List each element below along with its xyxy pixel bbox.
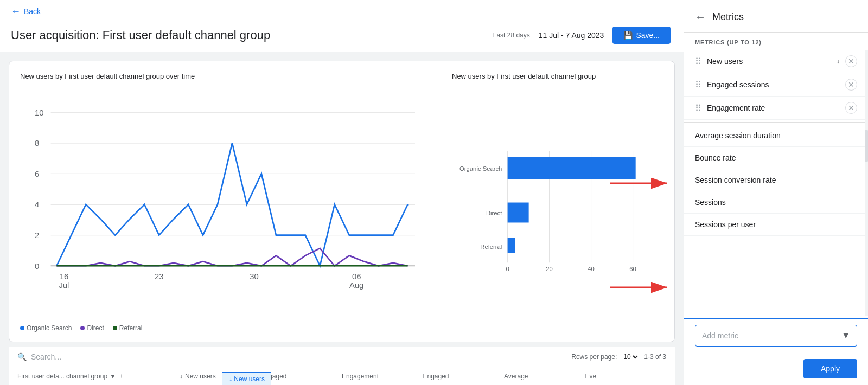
date-save-row: Last 28 days 11 Jul - 7 Aug 2023 💾 Save.… [493,27,671,44]
col-add-icon[interactable]: ＋ [118,371,125,381]
close-icon-engagement-rate[interactable]: ✕ [845,102,857,114]
sort-icon-new-users[interactable]: ↓ [837,57,840,65]
svg-text:Referral: Referral [480,243,502,250]
page-title: User acquisition: First user default cha… [11,28,270,42]
col-eve-label: Eve [585,373,597,380]
line-chart-svg: 10 8 6 4 2 0 [20,89,430,320]
plain-metric-avg-session[interactable]: Average session duration [684,125,868,147]
col-engaged2-label: Engaged [423,373,449,380]
page-title-row: User acquisition: First user default cha… [0,22,684,52]
svg-text:40: 40 [588,266,595,272]
svg-text:06: 06 [352,272,361,281]
svg-text:0: 0 [35,262,39,271]
col-header-engaged2: Engaged [423,373,505,380]
divider [684,122,868,123]
metric-item-engagement-rate: ⠿ Engagement rate ✕ [684,97,868,120]
svg-text:2: 2 [35,231,39,240]
apply-label: Apply [821,364,840,373]
legend-item-direct: Direct [80,324,104,332]
plain-metric-session-conversion[interactable]: Session conversion rate [684,169,868,191]
date-range: 11 Jul - 7 Aug 2023 [539,31,604,40]
col-header-average: Average [504,373,585,380]
metric-item-engaged-sessions: ⠿ Engaged sessions ✕ [684,73,868,97]
metric-name-engagement-rate: Engagement rate [707,104,840,112]
svg-text:0: 0 [506,266,509,272]
legend-dot-referral [113,326,117,330]
charts-row: New users by First user default channel … [9,61,675,342]
rows-per-page-select[interactable]: 10 25 50 [621,352,640,361]
plain-metric-sessions-label: Sessions [695,198,726,207]
search-placeholder[interactable]: Search... [31,352,61,361]
back-link[interactable]: ← Back [11,7,41,16]
rows-per-page: Rows per page: 10 25 50 1-3 of 3 [571,352,666,361]
plain-metric-sessions[interactable]: Sessions [684,191,868,214]
add-metric-select[interactable]: Add metric ▼ [695,325,857,347]
bar-direct [508,203,529,223]
save-icon: 💾 [623,31,633,40]
back-arrow-icon: ← [11,7,21,16]
save-button[interactable]: 💾 Save... [612,27,671,44]
close-icon-engaged-sessions[interactable]: ✕ [845,79,857,91]
col-dimension-label: First user defa... channel group [17,373,107,380]
plain-metric-sessions-per-user-label: Sessions per user [695,220,756,229]
content-area: New users by First user default channel … [0,52,684,385]
col-engagement-label: Engagement [342,373,379,380]
line-chart-title: New users by First user default channel … [20,72,430,80]
drag-icon-new-users: ⠿ [695,56,701,67]
svg-text:8: 8 [35,139,39,147]
close-icon-new-users[interactable]: ✕ [845,55,857,67]
col-header-engagement: Engagement [342,373,423,380]
legend-label-direct: Direct [87,324,104,332]
apply-row: Apply [684,352,868,385]
svg-text:4: 4 [35,200,39,209]
save-label: Save... [636,31,660,40]
plain-metric-session-conversion-label: Session conversion rate [695,176,776,184]
metrics-panel: ← Metrics METRICS (UP TO 12) ⠿ New users… [684,0,868,385]
panel-title: Metrics [712,11,744,23]
scrollbar-track [865,50,868,316]
svg-text:6: 6 [35,170,39,178]
col-new-users-arrow: ↓ [180,373,183,380]
new-users-bottom-label: ↓ New users [222,372,271,385]
svg-text:Organic Search: Organic Search [459,165,502,172]
metrics-section-label: METRICS (UP TO 12) [684,33,868,50]
svg-text:10: 10 [35,108,44,117]
scrollbar-thumb [865,130,868,162]
plain-metric-sessions-per-user[interactable]: Sessions per user [684,214,868,236]
legend-label-referral: Referral [119,324,143,332]
date-prefix: Last 28 days [493,31,530,39]
bar-chart-svg: Organic Search Direct Referral 0 20 40 6… [452,89,663,336]
svg-text:20: 20 [546,266,553,272]
svg-text:23: 23 [155,272,164,281]
drag-icon-engaged-sessions: ⠿ [695,80,701,90]
legend-item-organic: Organic Search [20,324,72,332]
line-chart-panel: New users by First user default channel … [9,61,441,342]
col-new-users-label: New users [185,373,216,380]
search-icon: 🔍 [17,352,27,361]
legend-dot-organic [20,326,24,330]
rows-per-page-label: Rows per page: [571,353,617,361]
col-header-eve: Eve [585,373,667,380]
apply-button[interactable]: Apply [803,359,857,378]
plain-metric-bounce-rate[interactable]: Bounce rate [684,147,868,169]
top-bar: ← Back [0,0,684,22]
panel-back-icon[interactable]: ← [695,11,706,23]
legend-label-organic: Organic Search [27,324,72,332]
svg-text:30: 30 [250,272,258,281]
add-metric-row: Add metric ▼ [684,318,868,352]
legend: Organic Search Direct Referral [20,324,430,336]
svg-text:60: 60 [629,266,636,272]
legend-dot-direct [80,326,85,330]
add-metric-placeholder: Add metric [702,331,738,340]
table-bar: 🔍 Search... Rows per page: 10 25 50 1-3 … [9,347,675,367]
bar-chart-area: Organic Search Direct Referral 0 20 40 6… [452,89,663,336]
back-label: Back [24,7,41,16]
svg-text:16: 16 [60,272,69,281]
column-headers: First user defa... channel group ▼ ＋ ↓ N… [9,367,675,385]
plain-metric-avg-session-label: Average session duration [695,131,781,140]
line-chart-area: 10 8 6 4 2 0 [20,89,430,320]
col-header-engaged: Engaged [261,373,342,380]
col-dimension-sort[interactable]: ▼ [110,373,116,380]
legend-item-referral: Referral [113,324,143,332]
metrics-list: ⠿ New users ↓ ✕ ⠿ Engaged sessions ✕ ⠿ E… [684,50,868,316]
